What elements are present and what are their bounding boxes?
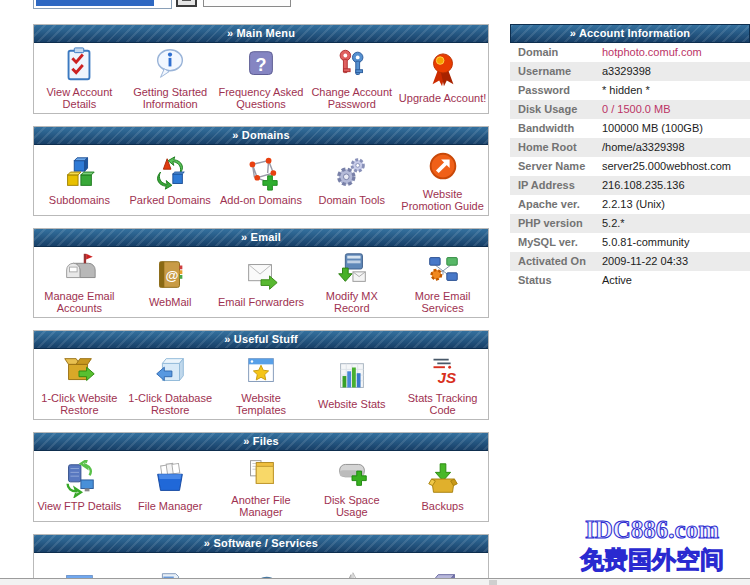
menu-item-change-password[interactable]: Change Account Password [306,43,397,113]
menu-item-label: Another File Manager [217,494,306,518]
menu-item-label: Upgrade Account! [399,92,486,104]
watermark-line2: 免费国外空间 [579,547,724,573]
account-row-value[interactable]: 0 / 1500.0 MB [602,100,671,119]
create-new-button[interactable]: Create New [203,0,291,7]
menu-item-view-account-details[interactable]: View Account Details [34,43,125,113]
menu-item-website-stats[interactable]: Website Stats [306,349,397,419]
account-row-mysql-version: MySQL ver.5.0.81-community [510,233,750,252]
menu-item-label: Frequency Asked Questions [217,86,306,110]
menu-item-label: Disk Space Usage [307,494,396,518]
account-row-value: 2.2.13 (Unix) [602,195,665,214]
section-title: Software / Services [213,537,318,549]
account-row-label: MySQL ver. [510,233,602,252]
domain-select[interactable] [33,0,172,9]
account-row-value: * hidden * [602,81,650,100]
menu-item-database-restore[interactable]: 1-Click Database Restore [125,349,216,419]
bar-chart-icon [333,358,371,396]
menu-item-domain-tools[interactable]: Domain Tools [306,145,397,215]
menu-item-email-forwarders[interactable]: Email Forwarders [216,247,307,317]
flowchart-icon [424,250,462,288]
account-row-username: Usernamea3329398 [510,62,750,81]
menu-item-label: Getting Started Information [126,86,215,110]
header-marker: » [204,537,210,549]
js-code-icon: JS [424,352,462,390]
account-row-value: a3329398 [602,62,651,81]
section-title: Useful Stuff [234,333,298,345]
account-row-label: Activated On [510,252,602,271]
menu-item-website-restore[interactable]: 1-Click Website Restore [34,349,125,419]
header-marker: » [232,129,238,141]
menu-item-label: Stats Tracking Code [398,392,487,416]
section-title: Email [251,231,281,243]
disk-plus-icon [333,454,371,492]
menu-item-modify-mx[interactable]: Modify MX Record [306,247,397,317]
menu-item-addon-domains[interactable]: Add-on Domains [216,145,307,215]
menu-item-label: 1-Click Database Restore [126,392,215,416]
account-row-label: Home Root [510,138,602,157]
menu-item-view-ftp[interactable]: View FTP Details [34,451,125,521]
menu-item-label: View FTP Details [37,500,121,512]
section-title: Files [253,435,279,447]
section-main-menu: » Main Menu View Account Details Getting… [33,24,489,114]
account-row-domain: Domainhotphoto.comuf.com [510,43,750,62]
account-row-value: 5.2.* [602,214,625,233]
section-email: » Email Manage Email Accounts @ WebMail … [33,228,489,318]
account-row-label: Username [510,62,602,81]
menu-item-faq[interactable]: ? Frequency Asked Questions [216,43,307,113]
menu-item-more-email-services[interactable]: More Email Services [397,247,488,317]
account-row-label: Disk Usage [510,100,602,119]
account-row-value: 100000 MB (100GB) [602,119,703,138]
menu-item-manage-email[interactable]: Manage Email Accounts [34,247,125,317]
svg-text:JS: JS [437,369,456,386]
account-row-activated-on: Activated On2009-11-22 04:33 [510,252,750,271]
go-button-glyph [182,0,191,1]
watermark: IDC886.com 免费国外空间 [572,514,732,580]
page-bottom-bar [0,578,750,585]
mailbox-icon [60,250,98,288]
menu-item-parked-domains[interactable]: Parked Domains [125,145,216,215]
section-files: » Files View FTP Details File Manager An… [33,432,489,522]
menu-item-backups[interactable]: Backups [397,451,488,521]
header-marker: » [570,27,576,39]
menu-item-getting-started[interactable]: Getting Started Information [125,43,216,113]
menu-item-webmail[interactable]: @ WebMail [125,247,216,317]
domain-select-selection [36,0,154,6]
account-row-value[interactable]: hotphoto.comuf.com [602,43,702,62]
menu-item-label: 1-Click Website Restore [35,392,124,416]
account-row-status: StatusActive [510,271,750,290]
go-button[interactable] [176,0,197,7]
menu-item-disk-space[interactable]: Disk Space Usage [306,451,397,521]
scroll-notch [489,580,497,585]
account-row-bandwidth: Bandwidth100000 MB (100GB) [510,119,750,138]
account-row-label: PHP version [510,214,602,233]
menu-item-file-manager[interactable]: File Manager [125,451,216,521]
account-row-value: 2009-11-22 04:33 [602,252,688,271]
box-restore-icon [60,352,98,390]
account-row-password: Password* hidden * [510,81,750,100]
menu-item-website-templates[interactable]: Website Templates [216,349,307,419]
cube-restore-icon [151,352,189,390]
header-marker: » [243,435,249,447]
menu-item-stats-tracking[interactable]: JS Stats Tracking Code [397,349,488,419]
recycle-cube-icon [151,154,189,192]
menu-item-subdomains[interactable]: Subdomains [34,145,125,215]
section-title: Domains [242,129,290,141]
account-panel-title: Account Information [579,27,690,39]
gears-icon [333,154,371,192]
award-ribbon-icon [424,52,462,90]
account-row-label: Password [510,81,602,100]
account-row-label: Server Name [510,157,602,176]
server-mail-icon [333,250,371,288]
keys-icon [333,46,371,84]
account-row-label: Status [510,271,602,290]
account-row-label: Bandwidth [510,119,602,138]
menu-item-upgrade-account[interactable]: Upgrade Account! [397,43,488,113]
account-row-home-root: Home Root/home/a3329398 [510,138,750,157]
menu-item-label: Domain Tools [319,194,385,206]
header-marker: » [224,333,230,345]
section-domains: » Domains Subdomains Parked Domains Add-… [33,126,489,216]
menu-item-website-promotion[interactable]: Website Promotion Guide [397,145,488,215]
menu-item-label: File Manager [138,500,202,512]
menu-item-another-file-manager[interactable]: Another File Manager [216,451,307,521]
envelope-forward-icon [242,256,280,294]
